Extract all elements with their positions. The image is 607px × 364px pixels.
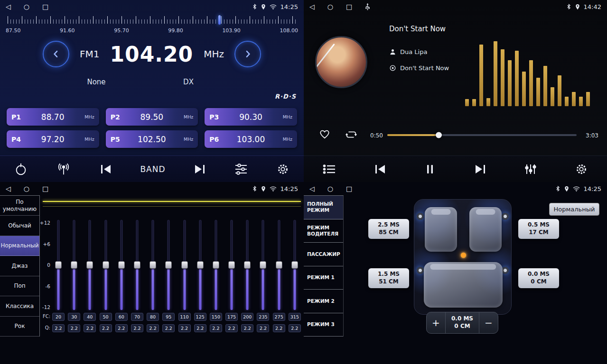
eq-fc-value: 80 bbox=[147, 313, 159, 321]
eq-preset-item[interactable]: Обычай bbox=[0, 216, 39, 236]
next-track-button[interactable] bbox=[474, 164, 486, 175]
delay-decrease-button[interactable]: − bbox=[479, 312, 498, 333]
listening-position-marker[interactable] bbox=[461, 253, 466, 258]
recents-button[interactable]: □ bbox=[346, 3, 352, 10]
band-button[interactable]: BAND bbox=[140, 164, 165, 174]
eq-band-slider[interactable] bbox=[162, 220, 175, 310]
next-station-button[interactable] bbox=[194, 164, 206, 175]
home-button[interactable]: ○ bbox=[24, 3, 29, 10]
preset-unit: MHz bbox=[283, 136, 292, 142]
eq-slider-handle[interactable] bbox=[55, 261, 62, 269]
eq-slider-handle[interactable] bbox=[149, 261, 156, 269]
eq-preset-item[interactable]: Джаз bbox=[0, 256, 39, 276]
back-button[interactable]: ◁ bbox=[309, 185, 315, 192]
eq-preset-item[interactable]: По умолчанию bbox=[0, 196, 39, 216]
eq-band-slider[interactable] bbox=[100, 220, 112, 310]
eq-band-slider[interactable] bbox=[68, 220, 80, 310]
preset-button-p5[interactable]: P5102.50MHz bbox=[106, 130, 198, 148]
location-icon bbox=[575, 4, 580, 10]
preset-button-p2[interactable]: P289.50MHz bbox=[106, 108, 198, 126]
recents-button[interactable]: □ bbox=[346, 185, 352, 192]
rear-left-delay[interactable]: 1.5 MS 51 CM bbox=[368, 268, 409, 288]
eq-band-slider[interactable] bbox=[241, 220, 253, 310]
eq-band-slider[interactable] bbox=[147, 220, 159, 310]
eq-slider-handle[interactable] bbox=[118, 261, 125, 269]
eq-q-value: 2.2 bbox=[84, 324, 96, 332]
seek-slider[interactable] bbox=[387, 134, 577, 136]
pause-button[interactable] bbox=[424, 164, 436, 175]
eq-band-slider[interactable] bbox=[273, 220, 285, 310]
surround-mode-item[interactable]: РЕЖИМ 2 bbox=[304, 290, 343, 313]
eq-slider-handle[interactable] bbox=[181, 261, 188, 269]
eq-slider-handle[interactable] bbox=[260, 261, 266, 269]
eq-slider-handle[interactable] bbox=[228, 261, 235, 269]
back-button[interactable]: ◁ bbox=[6, 3, 11, 10]
preset-button-p3[interactable]: P390.30MHz bbox=[205, 108, 297, 126]
playlist-button[interactable] bbox=[323, 164, 336, 175]
previous-station-button[interactable] bbox=[100, 164, 112, 175]
rear-right-delay[interactable]: 0.0 MS 0 CM bbox=[518, 268, 559, 288]
eq-slider-handle[interactable] bbox=[197, 261, 204, 269]
surround-mode-item[interactable]: РЕЖИМ ВОДИТЕЛЯ bbox=[304, 219, 343, 243]
eq-slider-handle[interactable] bbox=[213, 261, 219, 269]
eq-band-slider[interactable] bbox=[52, 220, 65, 310]
eq-band-slider[interactable] bbox=[257, 220, 269, 310]
preset-button-p4[interactable]: P497.20MHz bbox=[7, 130, 99, 148]
eq-slider-handle[interactable] bbox=[71, 261, 77, 269]
surround-mode-item[interactable]: ПОЛНЫЙ РЕЖИМ bbox=[304, 196, 343, 219]
frequency-ruler[interactable] bbox=[8, 15, 296, 25]
surround-mode-item[interactable]: ПАССАЖИР bbox=[304, 243, 343, 266]
tune-up-button[interactable] bbox=[234, 41, 261, 67]
back-button[interactable]: ◁ bbox=[6, 185, 11, 192]
preset-button-p6[interactable]: P6103.00MHz bbox=[205, 130, 297, 148]
eq-band-slider[interactable] bbox=[84, 220, 96, 310]
eq-fc-value: 235 bbox=[257, 313, 269, 321]
eq-band-slider[interactable] bbox=[178, 220, 191, 310]
favorite-button[interactable] bbox=[319, 129, 330, 141]
eq-slider-handle[interactable] bbox=[291, 261, 298, 269]
eq-band-slider[interactable] bbox=[194, 220, 206, 310]
back-button[interactable]: ◁ bbox=[309, 3, 315, 10]
eq-preset-item[interactable]: Классика bbox=[0, 296, 39, 316]
eq-slider-handle[interactable] bbox=[276, 261, 282, 269]
home-button[interactable]: ○ bbox=[24, 185, 29, 192]
repeat-button[interactable] bbox=[345, 129, 358, 142]
eq-slider-handle[interactable] bbox=[134, 261, 140, 269]
equalizer-button[interactable] bbox=[234, 163, 248, 175]
home-button[interactable]: ○ bbox=[327, 3, 333, 10]
eq-preset-item[interactable]: Поп bbox=[0, 276, 39, 296]
eq-band-slider[interactable] bbox=[210, 220, 222, 310]
recents-button[interactable]: □ bbox=[42, 185, 48, 192]
settings-button[interactable] bbox=[276, 163, 289, 176]
settings-button[interactable] bbox=[575, 163, 588, 176]
eq-preset-item[interactable]: Нормальный bbox=[0, 236, 39, 256]
front-right-delay[interactable]: 0.5 MS 17 CM bbox=[518, 219, 559, 239]
eq-band-slider[interactable] bbox=[115, 220, 128, 310]
broadcast-button[interactable] bbox=[56, 163, 71, 176]
surround-preset-button[interactable]: Нормальный bbox=[549, 203, 599, 216]
eq-slider-handle[interactable] bbox=[165, 261, 172, 269]
tune-down-button[interactable] bbox=[43, 41, 69, 67]
previous-track-button[interactable] bbox=[374, 164, 386, 175]
surround-mode-item[interactable]: РЕЖИМ 3 bbox=[304, 313, 343, 337]
surround-mode-item[interactable]: РЕЖИМ 1 bbox=[304, 266, 343, 290]
recents-button[interactable]: □ bbox=[42, 3, 48, 10]
seek-knob[interactable] bbox=[436, 132, 442, 138]
preset-button-p1[interactable]: P188.70MHz bbox=[7, 108, 99, 126]
eq-slider-handle[interactable] bbox=[86, 261, 93, 269]
eq-slider-handle[interactable] bbox=[244, 261, 251, 269]
eq-band-slider[interactable] bbox=[225, 220, 238, 310]
eq-band-slider[interactable] bbox=[131, 220, 143, 310]
eq-preset-item[interactable]: Рок bbox=[0, 317, 39, 337]
rear-right-speaker-icon bbox=[502, 267, 509, 274]
eq-slider-handle[interactable] bbox=[103, 261, 109, 269]
home-button[interactable]: ○ bbox=[327, 185, 333, 192]
preset-id: P5 bbox=[111, 136, 120, 143]
front-left-delay[interactable]: 2.5 MS 85 CM bbox=[368, 219, 409, 239]
eq-band-slider[interactable] bbox=[289, 220, 301, 310]
album-art[interactable] bbox=[315, 36, 367, 88]
mixer-button[interactable] bbox=[524, 163, 537, 175]
band-label: FM1 bbox=[80, 48, 99, 60]
delay-increase-button[interactable]: + bbox=[427, 312, 446, 333]
scan-button[interactable] bbox=[14, 163, 28, 176]
